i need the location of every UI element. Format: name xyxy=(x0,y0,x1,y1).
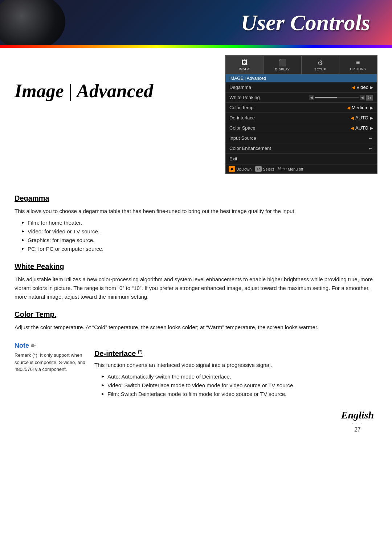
color-temp-label: Color Temp. xyxy=(229,105,347,110)
color-temp-text: Medium xyxy=(352,105,368,110)
white-peaking-slider[interactable]: ◀ ◀ 5 xyxy=(309,95,373,101)
osd-row-color-enhancement: Color Enhancement ↵ xyxy=(226,143,377,154)
setup-tab-icon: ⚙ xyxy=(317,59,323,67)
de-interlace-bullets: Auto: Automatically switch the mode of D… xyxy=(94,372,377,398)
select-label: Select xyxy=(263,167,274,171)
de-interlace-arrow-left: ◀ xyxy=(351,115,354,120)
setup-tab-label: SETUP xyxy=(314,68,326,71)
degamma-bullets: Film: for home theater. Video: for video… xyxy=(15,218,377,253)
color-temp-value: ◀ Medium ▶ xyxy=(347,105,373,110)
color-space-arrow-right: ▶ xyxy=(370,126,373,131)
osd-row-color-space: Color Space ◀ AUTO ▶ xyxy=(226,123,377,133)
left-section: Image | Advanced xyxy=(15,55,218,174)
main-content-area: Image | Advanced 🖼 IMAGE ⬛ DISPLAY ⚙ SET… xyxy=(0,48,392,181)
degamma-paragraph: This allows you to choose a degamma tabl… xyxy=(15,207,377,216)
slider-track xyxy=(315,97,359,98)
osd-tab-image[interactable]: 🖼 IMAGE xyxy=(226,56,264,74)
de-interlace-paragraph: This function converts an interlaced vid… xyxy=(94,361,377,369)
slider-right-label: ◀ xyxy=(360,95,365,100)
color-enhancement-label: Color Enhancement xyxy=(229,146,369,151)
osd-tab-setup[interactable]: ⚙ SETUP xyxy=(302,56,339,74)
osd-row-color-temp: Color Temp. ◀ Medium ▶ xyxy=(226,103,377,113)
note-text: Remark (*): It only support when source … xyxy=(15,352,87,373)
note-pencil-icon: ✏ xyxy=(31,342,36,349)
color-temp-heading: Color Temp. xyxy=(15,308,377,320)
de-interlace-section: De-interlace (*) This function converts … xyxy=(94,342,377,402)
degamma-label: Degamma xyxy=(229,85,352,90)
footer-updown: ◆ UpDown xyxy=(229,166,252,172)
degamma-bullet-4: PC: for PC or computer source. xyxy=(22,245,377,253)
color-space-label: Color Space xyxy=(229,125,351,131)
osd-menu: Degamma ◀ Video ▶ White Peaking ◀ xyxy=(226,82,377,164)
display-tab-label: DISPLAY xyxy=(275,68,290,71)
options-tab-label: OPTIONS xyxy=(350,67,366,71)
white-peaking-heading: White Peaking xyxy=(15,261,377,272)
osd-tab-options[interactable]: ≡ OPTIONS xyxy=(339,56,377,74)
de-interlace-value: ◀ AUTO ▶ xyxy=(351,115,373,120)
color-enhancement-enter-icon: ↵ xyxy=(369,146,373,151)
osd-breadcrumb: IMAGE | Advanced xyxy=(226,74,377,82)
de-interlace-heading: De-interlace (*) xyxy=(94,349,377,358)
image-tab-icon: 🖼 xyxy=(241,59,248,66)
page-footer: English · · · 27 xyxy=(0,402,392,437)
image-tab-label: IMAGE xyxy=(239,67,250,71)
degamma-value: ◀ Video ▶ xyxy=(352,85,373,90)
de-interlace-arrow-right: ▶ xyxy=(370,115,373,120)
de-interlace-bullet-3: Film: Switch Deinterlace mode to film mo… xyxy=(102,390,377,398)
content-body: Degamma This allows you to choose a dega… xyxy=(0,181,392,338)
color-space-text: AUTO xyxy=(355,125,368,131)
white-peaking-label: White Peaking xyxy=(229,95,309,100)
exit-label: Exit xyxy=(229,156,373,162)
note-header: Note ✏ xyxy=(15,342,87,349)
de-interlace-text: AUTO xyxy=(355,115,368,120)
de-interlace-label: De-interlace xyxy=(229,115,351,120)
degamma-arrow-right: ▶ xyxy=(370,85,373,90)
osd-tabs: 🖼 IMAGE ⬛ DISPLAY ⚙ SETUP ≡ OPTIONS xyxy=(226,56,377,74)
footer-select: ↵ Select xyxy=(255,166,274,172)
osd-row-white-peaking: White Peaking ◀ ◀ 5 xyxy=(226,93,377,103)
slider-left-label: ◀ xyxy=(309,95,314,100)
menu-off-label: Menu off xyxy=(288,167,303,171)
de-interlace-bullet-1: Auto: Automatically switch the mode of D… xyxy=(102,372,377,381)
slider-fill xyxy=(315,97,337,98)
page-header: User Controls xyxy=(0,0,392,45)
osd-panel: 🖼 IMAGE ⬛ DISPLAY ⚙ SETUP ≡ OPTIONS IMAG… xyxy=(225,55,377,174)
degamma-arrow-left: ◀ xyxy=(352,85,355,90)
image-advanced-title: Image | Advanced xyxy=(15,81,218,101)
color-space-arrow-left: ◀ xyxy=(351,126,354,131)
bottom-section: Note ✏ Remark (*): It only support when … xyxy=(0,342,392,402)
white-peaking-paragraph: This adjustable item utilizes a new colo… xyxy=(15,275,377,301)
degamma-bullet-2: Video: for video or TV source. xyxy=(22,227,377,236)
note-box: Note ✏ Remark (*): It only support when … xyxy=(15,342,87,402)
osd-tab-display[interactable]: ⬛ DISPLAY xyxy=(264,56,301,74)
note-label: Note xyxy=(15,342,29,349)
language-label: English xyxy=(341,409,374,421)
color-temp-paragraph: Adjust the color temperature. At “Cold” … xyxy=(15,323,377,332)
slider-value: 5 xyxy=(366,95,373,101)
osd-row-exit[interactable]: Exit xyxy=(226,154,377,164)
lens-decoration xyxy=(0,0,65,45)
color-temp-arrow-right: ▶ xyxy=(370,105,373,110)
de-interlace-bullet-2: Video: Switch Deinterlace mode to video … xyxy=(102,381,377,390)
osd-row-input-source: Input Source ↵ xyxy=(226,133,377,143)
degamma-heading: Degamma xyxy=(15,192,377,204)
osd-panel-section: 🖼 IMAGE ⬛ DISPLAY ⚙ SETUP ≡ OPTIONS IMAG… xyxy=(225,55,377,174)
page-dots: · · · xyxy=(352,421,363,426)
page-number: 27 xyxy=(354,426,361,433)
color-bar-decoration xyxy=(0,45,392,48)
display-tab-icon: ⬛ xyxy=(278,59,286,67)
menu-icon-label: Menu xyxy=(278,167,287,171)
updown-label: UpDown xyxy=(236,167,252,171)
osd-row-de-interlace: De-interlace ◀ AUTO ▶ xyxy=(226,113,377,123)
input-source-enter-icon: ↵ xyxy=(369,135,373,141)
de-interlace-superscript: (*) xyxy=(138,349,143,354)
options-tab-icon: ≡ xyxy=(356,59,360,66)
page-title: User Controls xyxy=(241,10,370,36)
footer-menu: Menu Menu off xyxy=(278,167,303,171)
select-button[interactable]: ↵ xyxy=(255,166,262,172)
updown-button[interactable]: ◆ xyxy=(229,166,235,172)
color-temp-arrow-left: ◀ xyxy=(347,105,350,110)
osd-row-degamma: Degamma ◀ Video ▶ xyxy=(226,82,377,93)
degamma-bullet-3: Graphics: for image source. xyxy=(22,236,377,245)
input-source-label: Input Source xyxy=(229,135,369,141)
